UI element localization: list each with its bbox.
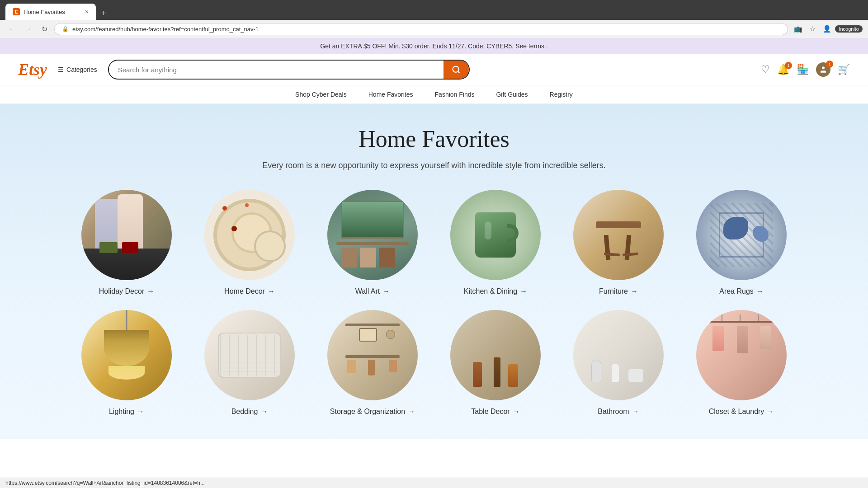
active-tab[interactable]: E Home Favorites × [5,4,96,20]
category-closet-label: Closet & Laundry → [709,408,774,416]
status-bar: https://www.etsy.com/search?q=Wall+Art&a… [0,478,868,488]
bookmark-icon[interactable]: ☆ [806,23,819,35]
svg-point-0 [453,66,458,72]
search-input[interactable] [109,61,443,78]
category-home-decor-label: Home Decor → [224,287,275,296]
category-lighting[interactable]: Lighting → [72,310,181,416]
browser-toolbar: ← → ↻ 🔒 etsy.com/featured/hub/home-favor… [0,20,868,38]
arrow-icon: → [631,287,638,296]
category-area-rugs-image [696,190,787,280]
hamburger-icon: ☰ [58,66,64,73]
seller-icon[interactable]: 🏪 [797,64,809,75]
cast-icon[interactable]: 📺 [792,23,804,35]
category-wall-art-image [327,190,418,280]
nav-item-home-favorites[interactable]: Home Favorites [368,91,413,98]
arrow-icon: → [767,408,774,416]
category-furniture-label: Furniture → [599,287,638,296]
tab-title: Home Favorites [24,9,81,15]
category-table-decor-label: Table Decor → [471,408,519,416]
category-kitchen-dining-label: Kitchen & Dining → [464,287,527,296]
nav-item-registry[interactable]: Registry [550,91,573,98]
wishlist-icon[interactable]: ♡ [761,64,770,75]
category-closet[interactable]: Closet & Laundry → [687,310,796,416]
search-button[interactable] [443,61,469,79]
categories-row-1: Holiday Decor → Home Decor → [18,190,850,310]
arrow-icon: → [520,287,527,296]
forward-button[interactable]: → [22,23,34,35]
category-holiday-decor[interactable]: Holiday Decor → [72,190,181,296]
arrow-icon: → [408,408,415,416]
back-button[interactable]: ← [5,23,18,35]
category-table-decor-image [450,310,541,400]
arrow-icon: → [147,287,154,296]
categories-row-2: Lighting → Bedding → [18,310,850,425]
category-lighting-image [81,310,172,400]
arrow-icon: → [756,287,764,296]
address-bar[interactable]: 🔒 etsy.com/featured/hub/home-favorites?r… [54,23,788,35]
lock-icon: 🔒 [62,26,69,32]
tab-close-button[interactable]: × [85,8,89,15]
url-display: etsy.com/featured/hub/home-favorites?ref… [72,26,259,33]
hero-subtitle: Every room is a new opportunity to expre… [253,160,615,172]
promo-banner: Get an EXTRA $5 OFF! Min. $30 order. End… [0,38,868,54]
categories-menu-button[interactable]: ☰ Categories [58,66,97,73]
etsy-logo[interactable]: etsy [18,60,47,79]
category-furniture[interactable]: Furniture → [564,190,673,296]
arrow-icon: → [632,408,639,416]
categories-label: Categories [66,66,97,73]
arrow-icon: → [382,287,390,296]
category-home-decor[interactable]: Home Decor → [195,190,304,296]
notifications-icon[interactable]: 🔔 1 [777,64,789,75]
arrow-icon: → [137,408,144,416]
category-kitchen-dining[interactable]: Kitchen & Dining → [441,190,550,296]
user-icon [819,66,827,74]
nav-item-fashion-finds[interactable]: Fashion Finds [435,91,475,98]
site-header: etsy ☰ Categories ♡ 🔔 1 🏪 1 🛒 [0,54,868,85]
refresh-button[interactable]: ↻ [38,23,51,35]
header-actions: ♡ 🔔 1 🏪 1 🛒 [761,62,850,77]
category-bathroom[interactable]: Bathroom → [564,310,673,416]
main-nav: Shop Cyber Deals Home Favorites Fashion … [0,85,868,104]
category-furniture-image [573,190,664,280]
search-icon [452,65,461,74]
cart-icon[interactable]: 🛒 [838,64,850,75]
category-bathroom-label: Bathroom → [598,408,639,416]
arrow-icon: → [513,408,520,416]
category-home-decor-image [204,190,295,280]
category-closet-image [696,310,787,400]
svg-point-2 [822,66,825,69]
category-holiday-decor-label: Holiday Decor → [99,287,154,296]
notification-badge: 1 [785,62,792,69]
promo-link[interactable]: See terms [515,42,544,50]
category-lighting-label: Lighting → [109,408,144,416]
svg-line-1 [458,71,460,73]
nav-item-gift-guides[interactable]: Gift Guides [496,91,528,98]
category-wall-art-label: Wall Art → [355,287,390,296]
category-storage[interactable]: Storage & Organization → [318,310,427,416]
hero-title: Home Favorites [18,126,850,152]
category-area-rugs-label: Area Rugs → [719,287,764,296]
toolbar-actions: 📺 ☆ 👤 Incognito [792,23,863,35]
category-kitchen-dining-image [450,190,541,280]
tab-favicon: E [13,8,20,15]
category-area-rugs[interactable]: Area Rugs → [687,190,796,296]
arrow-icon: → [260,408,268,416]
avatar[interactable]: 1 [816,62,830,77]
incognito-badge: Incognito [835,25,863,33]
profile-icon[interactable]: 👤 [821,23,833,35]
promo-text: Get an EXTRA $5 OFF! Min. $30 order. End… [320,42,514,50]
category-bedding[interactable]: Bedding → [195,310,304,416]
category-wall-art[interactable]: Wall Art → [318,190,427,296]
category-storage-label: Storage & Organization → [330,408,415,416]
arrow-icon: → [268,287,275,296]
hero-section: Home Favorites Every room is a new oppor… [0,104,868,439]
category-holiday-decor-image [81,190,172,280]
new-tab-button[interactable]: + [98,7,110,20]
search-bar [108,60,470,80]
browser-tabs: E Home Favorites × + [5,4,863,20]
nav-item-cyber-deals[interactable]: Shop Cyber Deals [295,91,347,98]
status-url: https://www.etsy.com/search?q=Wall+Art&a… [5,480,205,486]
avatar-badge: 1 [826,61,833,68]
category-bedding-label: Bedding → [231,408,268,416]
category-table-decor[interactable]: Table Decor → [441,310,550,416]
